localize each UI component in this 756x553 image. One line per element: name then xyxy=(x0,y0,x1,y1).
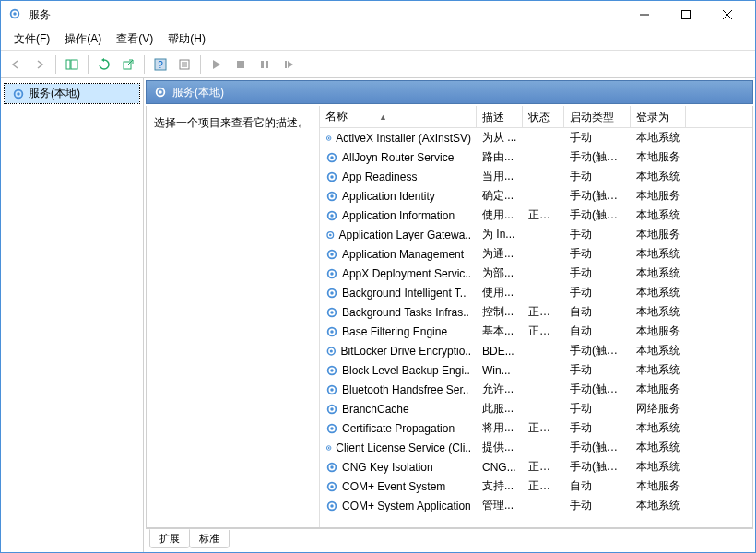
svg-point-60 xyxy=(330,485,334,488)
service-rows[interactable]: ActiveX Installer (AxInstSV)为从 ...手动本地系统… xyxy=(320,128,752,527)
list-pane: 名称▲ 描述 状态 启动类型 登录为 ActiveX Installer (Ax… xyxy=(320,106,752,527)
gear-icon xyxy=(325,364,338,377)
menu-view[interactable]: 查看(V) xyxy=(111,29,159,49)
close-button[interactable] xyxy=(706,2,748,29)
service-startup: 自动 xyxy=(564,478,631,494)
gear-icon xyxy=(325,229,336,241)
tab-extended[interactable]: 扩展 xyxy=(149,529,190,548)
service-desc: CNG... xyxy=(477,461,523,474)
service-name: Block Level Backup Engi.. xyxy=(342,364,470,377)
service-logon: 本地系统 xyxy=(631,459,686,475)
service-startup: 自动 xyxy=(564,324,631,339)
gear-icon xyxy=(325,500,338,512)
window-title: 服务 xyxy=(29,7,623,23)
svg-point-50 xyxy=(330,388,334,392)
service-row[interactable]: COM+ System Application管理...手动本地系统 xyxy=(320,496,752,515)
gear-icon xyxy=(325,441,332,454)
service-name: Background Intelligent T.. xyxy=(342,287,467,300)
service-logon: 网络服务 xyxy=(631,401,686,417)
service-status: 正在... xyxy=(523,459,564,475)
svg-point-46 xyxy=(330,349,333,352)
tab-standard[interactable]: 标准 xyxy=(189,530,230,548)
service-desc: 为通... xyxy=(477,246,523,262)
service-startup: 手动(触发... xyxy=(564,440,631,455)
service-row[interactable]: App Readiness当用...手动本地系统 xyxy=(320,167,752,186)
menu-file[interactable]: 文件(F) xyxy=(8,29,55,49)
tree-pane[interactable]: 服务(本地) xyxy=(1,78,144,552)
svg-point-30 xyxy=(330,194,334,198)
service-logon: 本地服务 xyxy=(631,149,686,165)
export-button[interactable] xyxy=(117,53,139,76)
service-row[interactable]: Certificate Propagation将用...正在...手动本地系统 xyxy=(320,418,752,438)
service-name: BitLocker Drive Encryptio.. xyxy=(341,345,471,358)
service-logon: 本地服务 xyxy=(631,188,686,204)
service-row[interactable]: Application Management为通...手动本地系统 xyxy=(320,244,752,264)
gear-icon xyxy=(325,248,338,261)
service-row[interactable]: BitLocker Drive Encryptio..BDE...手动(触发..… xyxy=(320,341,752,360)
col-startup[interactable]: 启动类型 xyxy=(564,106,631,127)
service-name: COM+ Event System xyxy=(342,480,445,493)
service-name: Base Filtering Engine xyxy=(342,325,447,338)
service-row[interactable]: Application Layer Gatewa..为 In...手动本地服务 xyxy=(320,225,752,244)
service-row[interactable]: Background Tasks Infras..控制...正在...自动本地系… xyxy=(320,302,752,322)
service-logon: 本地系统 xyxy=(631,440,686,455)
service-row[interactable]: COM+ Event System支持...正在...自动本地服务 xyxy=(320,477,752,496)
svg-point-52 xyxy=(330,407,334,411)
service-row[interactable]: CNG Key IsolationCNG...正在...手动(触发...本地系统 xyxy=(320,457,752,477)
svg-point-20 xyxy=(17,92,20,96)
show-hide-tree-button[interactable] xyxy=(61,53,83,76)
service-logon: 本地系统 xyxy=(631,207,686,223)
service-row[interactable]: Application Information使用...正在...手动(触发..… xyxy=(320,206,752,225)
service-row[interactable]: Block Level Backup Engi..Win...手动本地系统 xyxy=(320,360,752,380)
service-desc: 提供... xyxy=(477,440,523,455)
minimize-button[interactable] xyxy=(623,2,665,29)
service-desc: 确定... xyxy=(477,188,523,204)
restart-service-button[interactable] xyxy=(278,53,300,76)
svg-point-24 xyxy=(328,137,330,139)
service-status: 正在... xyxy=(523,324,564,339)
properties-button[interactable] xyxy=(173,53,195,76)
svg-rect-17 xyxy=(266,61,268,68)
gear-icon xyxy=(325,383,338,396)
maximize-button[interactable] xyxy=(665,2,706,29)
svg-rect-18 xyxy=(285,61,287,68)
tree-node-services-local[interactable]: 服务(本地) xyxy=(5,84,139,103)
help-button[interactable]: ? xyxy=(149,53,171,76)
svg-text:?: ? xyxy=(158,60,163,70)
service-startup: 手动 xyxy=(564,498,631,513)
stop-service-button[interactable] xyxy=(230,53,252,76)
forward-button[interactable] xyxy=(29,53,51,76)
service-startup: 手动 xyxy=(564,130,631,146)
col-status[interactable]: 状态 xyxy=(523,106,564,127)
service-row[interactable]: Background Intelligent T..使用...手动本地系统 xyxy=(320,283,752,302)
service-startup: 手动(触发... xyxy=(564,459,631,475)
service-row[interactable]: ActiveX Installer (AxInstSV)为从 ...手动本地系统 xyxy=(320,128,752,147)
svg-point-36 xyxy=(330,253,334,256)
col-name[interactable]: 名称▲ xyxy=(320,106,477,127)
service-name: CNG Key Isolation xyxy=(342,461,433,474)
menu-action[interactable]: 操作(A) xyxy=(59,29,107,49)
service-startup: 手动(触发... xyxy=(564,149,631,165)
service-logon: 本地系统 xyxy=(631,246,686,262)
svg-point-48 xyxy=(330,369,334,372)
service-row[interactable]: Client License Service (Cli..提供...手动(触发.… xyxy=(320,438,752,457)
view-tabs: 扩展 标准 xyxy=(146,528,753,548)
service-startup: 手动 xyxy=(564,169,631,184)
service-logon: 本地系统 xyxy=(631,265,686,281)
menu-help[interactable]: 帮助(H) xyxy=(162,29,211,49)
service-row[interactable]: AppX Deployment Servic..为部...手动本地系统 xyxy=(320,264,752,283)
services-icon xyxy=(8,7,23,22)
service-row[interactable]: AllJoyn Router Service路由...手动(触发...本地服务 xyxy=(320,147,752,167)
service-row[interactable]: Bluetooth Handsfree Ser..允许...手动(触发...本地… xyxy=(320,380,752,399)
pause-service-button[interactable] xyxy=(254,53,276,76)
gear-icon xyxy=(325,209,338,222)
back-button[interactable] xyxy=(5,53,27,76)
titlebar[interactable]: 服务 xyxy=(1,1,755,29)
service-row[interactable]: Base Filtering Engine基本...正在...自动本地服务 xyxy=(320,322,752,341)
start-service-button[interactable] xyxy=(206,53,228,76)
service-row[interactable]: BranchCache此服...手动网络服务 xyxy=(320,399,752,418)
col-logon[interactable]: 登录为 xyxy=(631,106,686,127)
col-desc[interactable]: 描述 xyxy=(477,106,523,127)
service-row[interactable]: Application Identity确定...手动(触发...本地服务 xyxy=(320,186,752,206)
refresh-button[interactable] xyxy=(93,53,115,76)
